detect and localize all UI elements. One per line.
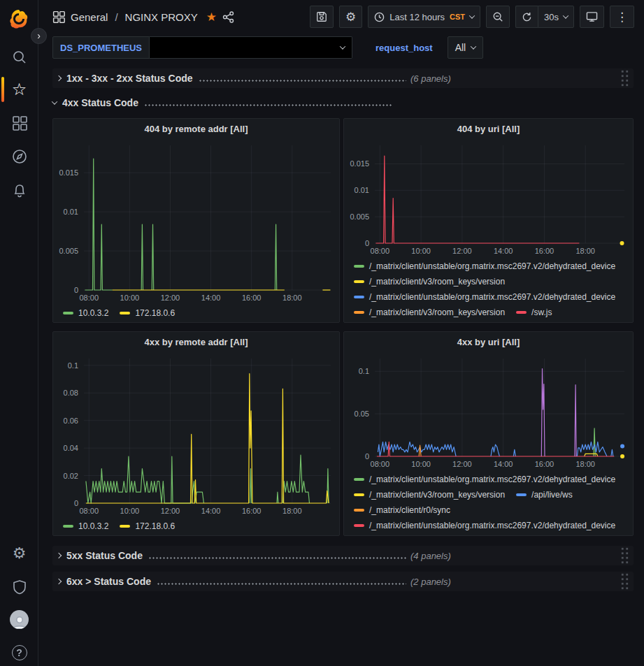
row-title: 5xx Status Code	[66, 550, 143, 561]
more-options-button[interactable]: ⋮	[610, 6, 634, 28]
panel-title[interactable]: 404 by uri [All]	[344, 119, 633, 138]
breadcrumb-folder[interactable]: General	[71, 11, 108, 23]
legend-item[interactable]: /_matrix/client/v3/room_keys/version	[354, 487, 505, 502]
legend-series-label: /_matrix/client/unstable/org.matrix.msc2…	[369, 292, 615, 302]
legend-item[interactable]: /_matrix/client/v3/room_keys/version	[354, 305, 505, 320]
svg-text:18:00: 18:00	[282, 507, 302, 515]
legend-series-swatch	[354, 280, 364, 283]
sidebar-item-configuration[interactable]: ⚙	[0, 540, 38, 567]
legend-item[interactable]: /_matrix/client/r0/sync	[354, 502, 450, 518]
timezone-label: CST	[450, 13, 465, 21]
legend-series-label: 172.18.0.6	[135, 521, 175, 531]
row-dots-leader	[148, 557, 406, 559]
sidebar-item-search[interactable]	[0, 43, 38, 71]
legend-item[interactable]: /_matrix/client/unstable/org.matrix.msc2…	[354, 472, 615, 487]
legend-item[interactable]: /_matrix/client/unstable/org.matrix.msc2…	[354, 289, 615, 305]
svg-text:0.015: 0.015	[59, 168, 78, 177]
svg-text:0: 0	[365, 452, 369, 461]
svg-text:0.005: 0.005	[350, 212, 369, 221]
legend-series-swatch	[354, 493, 364, 496]
sidebar-item-dashboards[interactable]	[0, 109, 38, 137]
panel-404-by-uri: 404 by uri [All] 08:0010:0012:0014:0016:…	[343, 118, 634, 323]
chevron-right-icon	[56, 553, 62, 558]
legend-series-swatch	[516, 493, 527, 496]
legend-item[interactable]: 10.0.3.2	[63, 305, 108, 321]
row-6xx[interactable]: 6xx > Status Code (2 panels)	[52, 572, 634, 591]
gear-icon: ⚙	[13, 546, 27, 561]
refresh-interval-dropdown[interactable]: 30s	[538, 6, 574, 28]
legend-item[interactable]: /api/live/ws	[516, 487, 573, 502]
row-1xx-3xx-2xx[interactable]: 1xx - 3xx - 2xx Status Code (6 panels)	[52, 68, 634, 88]
sidebar-expand-button[interactable]: ›	[31, 28, 47, 44]
svg-text:08:00: 08:00	[371, 460, 390, 468]
sidebar-item-server-admin[interactable]	[0, 573, 38, 601]
share-icon[interactable]	[222, 11, 234, 23]
row-dots-leader	[199, 80, 406, 82]
sidebar-item-profile[interactable]	[0, 605, 38, 633]
svg-text:14:00: 14:00	[201, 507, 221, 515]
chart-404-by-uri[interactable]: 08:0010:0012:0014:0016:0018:0000.0050.01…	[344, 138, 633, 257]
panel-title[interactable]: 404 by remote addr [All]	[53, 119, 339, 138]
breadcrumb: General / NGINX PROXY ★	[52, 10, 234, 24]
chevron-right-icon	[56, 75, 62, 81]
time-range-picker[interactable]: Last 12 hours CST	[368, 6, 480, 28]
active-indicator	[1, 77, 4, 102]
refresh-icon	[522, 12, 532, 22]
svg-text:0.01: 0.01	[355, 186, 369, 194]
svg-text:16:00: 16:00	[535, 460, 554, 468]
chart-404-by-remote-addr[interactable]: 08:0010:0012:0014:0016:0018:0000.0050.01…	[53, 138, 339, 304]
legend-item[interactable]: 172.18.0.6	[120, 305, 175, 321]
breadcrumb-dashboard-title[interactable]: NGINX PROXY	[125, 11, 198, 23]
chart-4xx-by-uri[interactable]: 08:0010:0012:0014:0016:0018:0000.050.1	[344, 352, 633, 470]
panel-title[interactable]: 4xx by remote addr [All]	[53, 332, 339, 352]
grafana-logo-icon[interactable]	[8, 8, 29, 29]
search-icon	[12, 50, 27, 65]
row-drag-handle[interactable]	[620, 546, 629, 565]
legend-series-label: 10.0.3.2	[78, 521, 108, 531]
legend-series-label: /_matrix/client/v3/room_keys/version	[369, 490, 505, 500]
panel-4xx-by-uri: 4xx by uri [All] 08:0010:0012:0014:0016:…	[343, 331, 634, 536]
legend-series-swatch	[354, 296, 364, 298]
svg-text:16:00: 16:00	[535, 247, 554, 255]
legend-item[interactable]: 10.0.3.2	[63, 519, 108, 534]
sidebar-item-help[interactable]: ?	[0, 639, 38, 666]
legend-item[interactable]: /_matrix/client/unstable/org.matrix.msc2…	[354, 518, 615, 533]
gear-icon: ⚙	[345, 11, 356, 23]
sidebar-item-starred[interactable]: ☆	[0, 75, 38, 103]
svg-text:08:00: 08:00	[79, 507, 99, 515]
row-5xx[interactable]: 5xx Status Code (4 panels)	[52, 546, 634, 565]
dashboard-header: General / NGINX PROXY ★ ⚙	[38, 0, 644, 34]
zoom-out-time-button[interactable]	[486, 6, 510, 28]
save-dashboard-button[interactable]	[310, 6, 334, 28]
datasource-variable-dropdown[interactable]	[150, 36, 352, 59]
row-panel-count: (4 panels)	[410, 551, 451, 561]
legend-item[interactable]: /_matrix/client/v3/room_keys/version	[354, 274, 505, 289]
svg-text:0.04: 0.04	[64, 444, 78, 452]
dashboard-settings-button[interactable]: ⚙	[339, 6, 362, 28]
shield-icon	[13, 579, 27, 595]
cycle-view-mode-button[interactable]	[580, 6, 604, 28]
monitor-icon	[586, 11, 598, 22]
legend-item[interactable]: 172.18.0.6	[120, 519, 175, 534]
favorite-star-icon[interactable]: ★	[206, 10, 217, 24]
row-drag-handle[interactable]	[620, 69, 629, 87]
svg-text:12:00: 12:00	[452, 247, 472, 255]
legend-item[interactable]: /_matrix/client/unstable/org.matrix.msc2…	[354, 259, 615, 274]
chart-4xx-by-remote-addr[interactable]: 08:0010:0012:0014:0016:0018:0000.020.040…	[53, 352, 339, 517]
sidebar-item-explore[interactable]	[0, 143, 38, 171]
clock-icon	[374, 12, 385, 22]
panel-title[interactable]: 4xx by uri [All]	[344, 332, 633, 352]
chevron-down-icon	[52, 99, 57, 104]
svg-text:08:00: 08:00	[371, 247, 390, 255]
legend-item[interactable]: /sw.js	[516, 305, 552, 320]
legend-series-swatch	[63, 312, 73, 314]
host-variable-dropdown[interactable]: All	[448, 36, 484, 59]
refresh-button[interactable]	[515, 6, 538, 28]
legend-series-label: /_matrix/client/r0/sync	[369, 505, 450, 515]
row-title: 4xx Status Code	[62, 97, 138, 108]
svg-text:16:00: 16:00	[242, 507, 262, 515]
row-drag-handle[interactable]	[620, 572, 629, 591]
row-4xx[interactable]: 4xx Status Code	[52, 94, 634, 111]
sidebar-item-alerting[interactable]	[0, 176, 38, 204]
question-icon: ?	[12, 645, 27, 660]
